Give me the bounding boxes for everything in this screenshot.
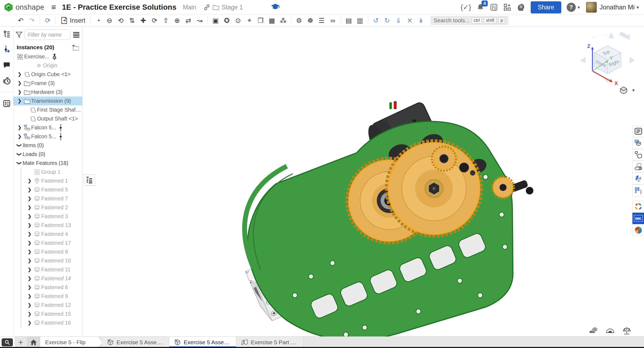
ball-mate-icon[interactable]: ⊕	[172, 16, 183, 25]
share-button[interactable]: Share	[531, 1, 561, 13]
part-configuration-icon[interactable]	[632, 149, 644, 161]
tree-item[interactable]: First Stage Shaft <1>	[13, 105, 82, 114]
interference-icon[interactable]: ▥	[354, 16, 366, 25]
gear-relation-icon[interactable]: ⚙	[294, 16, 305, 25]
view-cube[interactable]: Top Front Right Z X Y	[575, 27, 640, 89]
revolute-mate-icon[interactable]: ⟲	[115, 16, 126, 25]
expand-chevron-icon[interactable]: ❯	[16, 98, 23, 104]
help-button[interactable]: ? ▼	[567, 3, 581, 12]
animate-rotate-icon[interactable]: ↻	[382, 16, 393, 25]
bom-icon[interactable]: ▤	[343, 16, 354, 25]
collapse-chevron-icon[interactable]: ❯	[16, 142, 22, 149]
panel-collapse-handle[interactable]	[84, 174, 95, 186]
expand-chevron-icon[interactable]: ❯	[26, 231, 33, 237]
expand-chevron-icon[interactable]: ❯	[26, 178, 33, 184]
add-tab-button[interactable]: +	[15, 337, 27, 348]
exploded-view-icon[interactable]: ⁂	[278, 16, 289, 25]
bom-table-icon[interactable]	[632, 137, 644, 149]
redo-icon[interactable]: ↷	[26, 16, 38, 25]
expand-chevron-icon[interactable]: ❯	[16, 89, 23, 95]
shortcut-keys-icon[interactable]: )	[632, 184, 644, 196]
mate-feature-item[interactable]: ❯Fastened 17	[21, 239, 82, 247]
app-ring-icon[interactable]	[632, 201, 644, 212]
collapse-chevron-icon[interactable]: ❯	[16, 151, 22, 158]
pattern-icon[interactable]: ▦	[266, 16, 278, 25]
mate-feature-item[interactable]: ❯Fastened 2	[21, 203, 82, 212]
tree-item[interactable]: ❯Frame (3)	[13, 79, 82, 88]
parallel-mate-icon[interactable]: ⇄	[183, 16, 194, 25]
feature-list-icon[interactable]	[2, 30, 11, 38]
app-mk-icon[interactable]: MK	[632, 212, 644, 224]
undo-icon[interactable]: ↶	[15, 16, 26, 25]
sketch-slot-icon[interactable]	[632, 161, 644, 173]
mate-feature-item[interactable]: ❯Fastened 1	[21, 176, 82, 185]
expand-chevron-icon[interactable]: ❯	[26, 222, 33, 228]
pin-slot-mate-icon[interactable]: ⇧	[160, 16, 172, 25]
expand-chevron-icon[interactable]: ❯	[26, 267, 33, 272]
section-row[interactable]: ❯Mate Features (18)	[13, 159, 82, 168]
assembly-root-row[interactable]: Exercise...	[13, 52, 82, 61]
drop-parts-icon[interactable]: ↡	[415, 16, 427, 25]
comment-icon[interactable]	[2, 61, 11, 69]
apps-grid-icon[interactable]	[503, 3, 511, 11]
expand-chevron-icon[interactable]: ❯	[26, 276, 33, 281]
document-tab[interactable]: Exercise 5 Assembly C...	[169, 337, 236, 348]
cylindrical-mate-icon[interactable]: ⟳	[149, 16, 160, 25]
rack-pinion-relation-icon[interactable]: ☸	[305, 16, 316, 25]
feature-script-icon[interactable]: {✓}	[461, 3, 471, 12]
collapse-all-icon[interactable]: ✕	[404, 16, 415, 25]
ai-advisor-icon[interactable]: ⚙	[517, 3, 525, 12]
expand-chevron-icon[interactable]: ❯	[26, 240, 33, 246]
account-menu[interactable]: Jonathan Mi ▼	[586, 2, 640, 13]
mate-feature-item[interactable]: ❯Fastened 8	[21, 247, 82, 256]
search-tabs-icon[interactable]	[2, 338, 13, 346]
tree-item[interactable]: ❯Falcon 5...	[13, 132, 82, 141]
sync-update-icon[interactable]: ⟳	[42, 16, 53, 25]
expand-chevron-icon[interactable]: ❯	[26, 249, 33, 255]
mate-feature-item[interactable]: ❯Fastened 16	[21, 318, 82, 327]
group-icon[interactable]: ▣	[210, 16, 221, 25]
expand-chevron-icon[interactable]: ❯	[26, 187, 33, 193]
learning-center-icon[interactable]	[271, 3, 280, 12]
tree-item[interactable]: ❯Hardware (3)	[13, 88, 82, 97]
expand-chevron-icon[interactable]: ❯	[16, 80, 23, 86]
expand-chevron-icon[interactable]: ❯	[16, 125, 23, 130]
animate-actuate-icon[interactable]: ⇓	[393, 16, 404, 25]
assembly-3d-view[interactable]	[83, 26, 644, 336]
mate-feature-item[interactable]: ❯Fastened 10	[21, 256, 82, 265]
link-icon[interactable]	[203, 4, 210, 11]
view-settings-button[interactable]: ▼	[620, 86, 635, 94]
mate-feature-item[interactable]: ❯Fastened 12	[21, 301, 82, 310]
search-tools-box[interactable]: Search tools...ctrlshiftp	[430, 16, 509, 25]
insert-button[interactable]: Insert	[58, 16, 88, 25]
expand-chevron-icon[interactable]: ❯	[26, 285, 33, 290]
tree-item[interactable]: ❯Origin Cube <1>	[13, 70, 82, 79]
tree-item[interactable]: ❯Transmission (9)	[13, 97, 82, 105]
slider-mate-icon[interactable]: ⇅	[126, 16, 138, 25]
mate-feature-item[interactable]: ❯Fastened 4	[21, 230, 82, 239]
panel-list-icon[interactable]	[632, 125, 644, 137]
mate-icon[interactable]: ◔	[93, 16, 104, 25]
document-tab[interactable]: Exercise 5 - Flip	[40, 337, 102, 348]
mate-feature-item[interactable]: ❯Fastened 14	[21, 274, 82, 283]
expand-chevron-icon[interactable]: ❯	[26, 205, 33, 210]
belt-relation-icon[interactable]: ∞	[327, 16, 339, 25]
mate-connector-add-icon[interactable]	[2, 45, 11, 54]
mate-feature-item[interactable]: ❯Fastened 13	[21, 221, 82, 230]
graphics-area[interactable]: Top Front Right Z X Y ▼	[83, 26, 644, 336]
tangent-mate-icon[interactable]: ↝	[194, 16, 205, 25]
protractor-icon[interactable]	[605, 326, 615, 335]
mass-properties-icon[interactable]	[622, 326, 632, 335]
version-label[interactable]: Stage 1	[222, 4, 243, 11]
expand-chevron-icon[interactable]: ❯	[26, 320, 33, 326]
home-tab-button[interactable]	[27, 337, 40, 348]
workspace-label[interactable]: Main	[183, 4, 196, 11]
expand-chevron-icon[interactable]: ❯	[26, 311, 33, 317]
add-folder-icon[interactable]	[71, 44, 79, 51]
expand-chevron-icon[interactable]: ❯	[26, 258, 33, 264]
snap-mode-icon[interactable]: ⌖	[244, 16, 255, 25]
named-positions-icon[interactable]: ⊙	[233, 16, 244, 25]
mate-connector-icon[interactable]: ✪	[221, 16, 233, 25]
filter-input[interactable]	[25, 30, 70, 40]
expand-chevron-icon[interactable]: ❯	[16, 72, 23, 77]
